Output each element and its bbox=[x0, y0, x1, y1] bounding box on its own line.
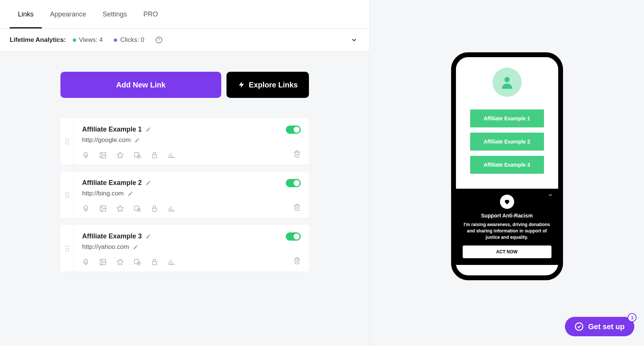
stats-icon[interactable] bbox=[168, 205, 175, 212]
thumbnail-icon[interactable] bbox=[99, 151, 107, 159]
svg-point-31 bbox=[101, 260, 103, 262]
tab-appearance[interactable]: Appearance bbox=[42, 0, 94, 28]
link-card: Affiliate Example 2 http://bing.com bbox=[60, 172, 309, 218]
tab-pro[interactable]: PRO bbox=[135, 0, 166, 28]
link-card: Affiliate Example 3 http://yahoo.com bbox=[60, 225, 309, 272]
svg-point-13 bbox=[68, 192, 69, 193]
top-tabs: Links Appearance Settings PRO bbox=[0, 0, 369, 29]
svg-point-26 bbox=[65, 248, 66, 249]
edit-url-icon[interactable] bbox=[133, 244, 138, 250]
analytics-chevron-down-icon[interactable] bbox=[351, 37, 357, 43]
edit-title-icon[interactable] bbox=[146, 180, 151, 186]
analytics-bar: Lifetime Analytics: Views: 4 Clicks: 0 ? bbox=[0, 29, 369, 52]
svg-rect-9 bbox=[135, 152, 139, 157]
svg-rect-33 bbox=[135, 259, 139, 264]
svg-point-29 bbox=[68, 250, 69, 251]
stats-icon[interactable] bbox=[168, 258, 175, 266]
check-circle-icon bbox=[575, 322, 584, 331]
svg-point-2 bbox=[65, 141, 66, 142]
help-icon[interactable]: ? bbox=[156, 37, 162, 43]
link-url: http://google.com bbox=[82, 136, 131, 144]
delete-icon[interactable] bbox=[293, 150, 301, 158]
svg-point-1 bbox=[68, 139, 69, 140]
delete-icon[interactable] bbox=[293, 203, 301, 211]
get-set-up-button[interactable]: Get set up 3 bbox=[565, 317, 634, 336]
svg-point-24 bbox=[65, 245, 66, 247]
explore-links-button[interactable]: Explore Links bbox=[226, 72, 309, 98]
add-new-link-button[interactable]: Add New Link bbox=[60, 72, 221, 98]
svg-point-14 bbox=[65, 194, 66, 195]
preview-banner: Support Anti-Racism I'm raising awarenes… bbox=[456, 189, 558, 265]
tab-links[interactable]: Links bbox=[10, 0, 42, 28]
svg-point-12 bbox=[65, 192, 66, 193]
drag-handle-icon[interactable] bbox=[60, 118, 74, 165]
lock-icon[interactable] bbox=[151, 258, 158, 266]
avatar-icon bbox=[493, 68, 522, 97]
analytics-label: Lifetime Analytics: bbox=[10, 36, 66, 44]
svg-point-7 bbox=[101, 154, 103, 155]
svg-point-19 bbox=[101, 207, 103, 208]
clicks-value: Clicks: 0 bbox=[120, 36, 144, 44]
schedule-icon[interactable] bbox=[134, 258, 141, 266]
link-toggle[interactable] bbox=[286, 232, 301, 241]
setup-label: Get set up bbox=[588, 322, 625, 331]
schedule-icon[interactable] bbox=[134, 151, 141, 159]
svg-rect-21 bbox=[135, 206, 139, 210]
svg-point-4 bbox=[65, 143, 66, 144]
leap-link-icon[interactable] bbox=[82, 205, 90, 212]
edit-url-icon[interactable] bbox=[134, 138, 140, 143]
svg-rect-23 bbox=[152, 208, 157, 211]
stats-icon[interactable] bbox=[168, 151, 175, 159]
link-toggle[interactable] bbox=[286, 126, 301, 134]
edit-title-icon[interactable] bbox=[146, 234, 151, 239]
explore-label: Explore Links bbox=[249, 81, 298, 89]
drag-handle-icon[interactable] bbox=[60, 225, 74, 272]
star-icon[interactable] bbox=[116, 258, 124, 266]
drag-handle-icon[interactable] bbox=[60, 172, 74, 218]
preview-link[interactable]: Affiliate Example 2 bbox=[470, 133, 544, 151]
delete-icon[interactable] bbox=[293, 257, 301, 265]
link-card: Affiliate Example 1 http://google.com bbox=[60, 118, 309, 165]
leap-link-icon[interactable] bbox=[82, 258, 90, 266]
banner-title: Support Anti-Racism bbox=[463, 213, 551, 219]
svg-point-0 bbox=[65, 139, 66, 140]
svg-point-5 bbox=[68, 143, 69, 144]
link-toggle[interactable] bbox=[286, 179, 301, 187]
svg-rect-35 bbox=[152, 262, 157, 265]
tab-settings[interactable]: Settings bbox=[94, 0, 135, 28]
banner-text: I'm raising awareness, driving donations… bbox=[463, 222, 551, 240]
preview-link[interactable]: Affiliate Example 1 bbox=[470, 109, 544, 127]
link-url: http://bing.com bbox=[82, 190, 124, 197]
svg-point-3 bbox=[68, 141, 69, 142]
link-title: Affiliate Example 1 bbox=[82, 126, 142, 133]
act-now-button[interactable]: ACT NOW bbox=[463, 245, 551, 258]
svg-point-28 bbox=[65, 250, 66, 251]
svg-marker-20 bbox=[117, 206, 124, 211]
edit-title-icon[interactable] bbox=[146, 127, 151, 132]
svg-point-17 bbox=[68, 197, 69, 198]
banner-chevron-down-icon[interactable] bbox=[548, 192, 553, 198]
views-stat: Views: 4 bbox=[73, 36, 103, 44]
svg-point-27 bbox=[68, 248, 69, 249]
preview-link[interactable]: Affiliate Example 3 bbox=[470, 156, 544, 174]
thumbnail-icon[interactable] bbox=[99, 258, 107, 266]
lock-icon[interactable] bbox=[151, 151, 158, 159]
setup-count-badge: 3 bbox=[628, 313, 637, 322]
heart-icon bbox=[500, 195, 514, 209]
bolt-icon bbox=[238, 80, 245, 90]
star-icon[interactable] bbox=[116, 151, 124, 159]
svg-point-36 bbox=[504, 77, 510, 82]
edit-url-icon[interactable] bbox=[128, 191, 133, 197]
link-url: http://yahoo.com bbox=[82, 243, 129, 251]
views-value: Views: 4 bbox=[79, 36, 103, 44]
thumbnail-icon[interactable] bbox=[99, 205, 107, 212]
views-dot-icon bbox=[73, 38, 76, 42]
svg-point-16 bbox=[65, 197, 66, 198]
svg-rect-11 bbox=[152, 155, 157, 158]
leap-link-icon[interactable] bbox=[82, 151, 90, 159]
star-icon[interactable] bbox=[116, 205, 124, 212]
lock-icon[interactable] bbox=[151, 205, 158, 212]
preview-panel: Affiliate Example 1 Affiliate Example 2 … bbox=[369, 0, 644, 346]
svg-point-25 bbox=[68, 245, 69, 247]
schedule-icon[interactable] bbox=[134, 205, 141, 212]
